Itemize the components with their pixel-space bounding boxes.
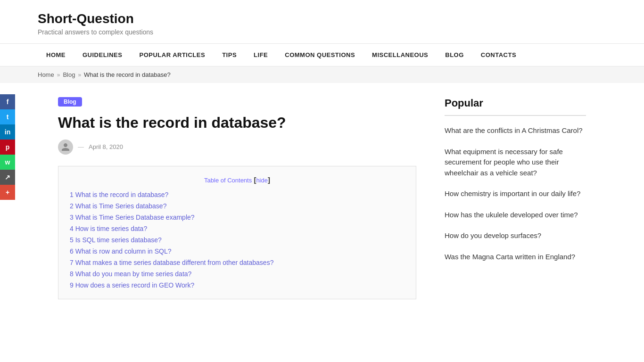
popular-item-2: What equipment is necessary for safe sec… <box>445 147 586 179</box>
article-meta: — April 8, 2020 <box>58 140 416 155</box>
social-sidebar: f t in p w ↗ + <box>0 94 15 200</box>
popular-link-3[interactable]: How chemistry is important in our daily … <box>445 189 580 197</box>
popular-item-6: Was the Magna Carta written in England? <box>445 252 586 263</box>
page-layout: Blog What is the record in database? — A… <box>20 83 624 332</box>
toc-item-3: 3 What is Time Series Database example? <box>70 213 405 222</box>
author-avatar <box>58 140 73 155</box>
popular-item-4: How has the ukulele developed over time? <box>445 210 586 221</box>
whatsapp-share-button[interactable]: w <box>0 155 15 170</box>
breadcrumb-sep-1: » <box>57 72 60 78</box>
sidebar-popular-title: Popular <box>445 97 586 109</box>
toc-link-4[interactable]: 4 How is time series data? <box>70 225 147 232</box>
nav-list: HOME GUIDELINES POPULAR ARTICLES TIPS LI… <box>38 44 525 66</box>
breadcrumb-current: What is the record in database? <box>84 71 171 78</box>
toc-title: Table of Contents [hide] <box>70 176 405 184</box>
toc-item-9: 9 How does a series record in GEO Work? <box>70 281 405 289</box>
nav-item-miscellaneous[interactable]: MISCELLANEOUS <box>363 44 437 66</box>
avatar-icon <box>61 142 70 152</box>
popular-item-1: What are the conflicts in A Christmas Ca… <box>445 125 586 136</box>
nav-item-guidelines[interactable]: GUIDELINES <box>74 44 131 66</box>
toc-item-2: 2 What is Time Series database? <box>70 202 405 210</box>
toc-box: Table of Contents [hide] 1 What is the r… <box>58 166 416 299</box>
breadcrumb-sep-2: » <box>78 72 81 78</box>
toc-link-8[interactable]: 8 What do you mean by time series data? <box>70 270 191 278</box>
sidebar: Popular What are the conflicts in A Chri… <box>445 97 586 313</box>
toc-item-4: 4 How is time series data? <box>70 224 405 233</box>
nav-item-home[interactable]: HOME <box>38 44 74 66</box>
twitter-share-button[interactable]: t <box>0 109 15 124</box>
site-tagline: Practical answers to complex questions <box>38 28 606 36</box>
nav-item-contacts[interactable]: CONTACTS <box>472 44 525 66</box>
breadcrumb: Home » Blog » What is the record in data… <box>0 66 644 83</box>
linkedin-share-button[interactable]: in <box>0 124 15 140</box>
google-plus-button[interactable]: + <box>0 185 15 200</box>
blog-badge: Blog <box>58 97 82 107</box>
article-title: What is the record in database? <box>58 113 416 133</box>
toc-list: 1 What is the record in database? 2 What… <box>70 190 405 289</box>
toc-link-3[interactable]: 3 What is Time Series Database example? <box>70 214 195 221</box>
nav-item-life[interactable]: LIFE <box>245 44 276 66</box>
popular-link-6[interactable]: Was the Magna Carta written in England? <box>445 253 575 261</box>
toc-link-9[interactable]: 9 How does a series record in GEO Work? <box>70 281 194 289</box>
toc-hide-link[interactable]: hide <box>256 177 268 184</box>
pinterest-share-button[interactable]: p <box>0 140 15 155</box>
toc-link-7[interactable]: 7 What makes a time series database diff… <box>70 259 273 266</box>
popular-link-1[interactable]: What are the conflicts in A Christmas Ca… <box>445 126 583 134</box>
sidebar-divider <box>445 115 586 116</box>
main-content: Blog What is the record in database? — A… <box>58 97 416 313</box>
toc-item-5: 5 Is SQL time series database? <box>70 236 405 244</box>
site-header: Short-Question Practical answers to comp… <box>0 0 644 44</box>
popular-item-5: How do you develop surfaces? <box>445 230 586 241</box>
toc-link-6[interactable]: 6 What is row and column in SQL? <box>70 247 172 255</box>
toc-link-5[interactable]: 5 Is SQL time series database? <box>70 236 162 244</box>
toc-item-1: 1 What is the record in database? <box>70 190 405 199</box>
article-date: April 8, 2020 <box>89 143 123 150</box>
nav-item-common-questions[interactable]: COMMON QUESTIONS <box>276 44 363 66</box>
toc-link-1[interactable]: 1 What is the record in database? <box>70 191 168 198</box>
nav-item-blog[interactable]: BLOG <box>437 44 472 66</box>
popular-link-5[interactable]: How do you develop surfaces? <box>445 231 541 239</box>
breadcrumb-blog[interactable]: Blog <box>63 71 75 78</box>
toc-link-2[interactable]: 2 What is Time Series database? <box>70 202 166 210</box>
nav-item-popular-articles[interactable]: POPULAR ARTICLES <box>131 44 214 66</box>
popular-link-2[interactable]: What equipment is necessary for safe sec… <box>445 148 563 177</box>
popular-link-4[interactable]: How has the ukulele developed over time? <box>445 211 578 219</box>
meta-dash: — <box>78 143 84 150</box>
popular-item-3: How chemistry is important in our daily … <box>445 189 586 199</box>
breadcrumb-home[interactable]: Home <box>38 71 54 78</box>
site-title: Short-Question <box>38 11 606 26</box>
main-nav: HOME GUIDELINES POPULAR ARTICLES TIPS LI… <box>0 44 644 66</box>
nav-item-tips[interactable]: TIPS <box>214 44 245 66</box>
toc-item-6: 6 What is row and column in SQL? <box>70 247 405 255</box>
toc-item-8: 8 What do you mean by time series data? <box>70 270 405 278</box>
facebook-share-button[interactable]: f <box>0 94 15 109</box>
share-button[interactable]: ↗ <box>0 170 15 185</box>
toc-item-7: 7 What makes a time series database diff… <box>70 258 405 267</box>
